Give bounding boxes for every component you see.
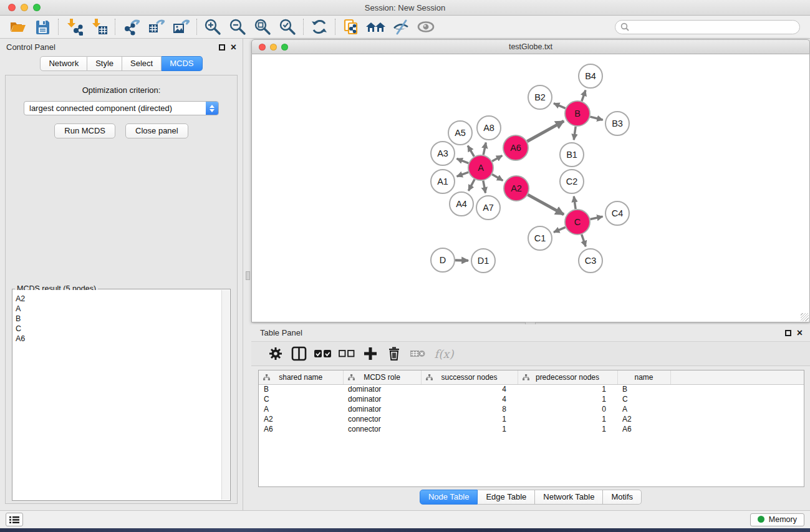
graph-node-C4[interactable]: C4 (605, 201, 629, 225)
tab-edge-table[interactable]: Edge Table (478, 490, 535, 505)
edge-A6-B[interactable] (527, 121, 564, 142)
delete-column-icon[interactable] (382, 346, 406, 361)
graph-node-A3[interactable]: A3 (431, 142, 455, 165)
graph-node-A6[interactable]: A6 (503, 135, 528, 160)
tab-network[interactable]: Network (40, 56, 87, 71)
cell-predecessor-nodes[interactable]: 1 (518, 384, 617, 394)
memory-button[interactable]: Memory (750, 513, 804, 526)
edge-B-B3[interactable] (590, 117, 602, 120)
zoom-window-button[interactable] (33, 4, 41, 11)
open-session-icon[interactable] (5, 17, 30, 36)
graph-node-B1[interactable]: B1 (560, 143, 584, 167)
cell-MCDS-role[interactable]: connector (343, 424, 421, 434)
tab-style[interactable]: Style (87, 56, 122, 71)
node-table[interactable]: shared nameMCDS rolesuccessor nodesprede… (259, 370, 804, 434)
graph-node-D[interactable]: D (431, 248, 455, 272)
cell-MCDS-role[interactable]: dominator (343, 394, 421, 404)
edge-A-A1[interactable] (457, 172, 469, 177)
result-item-A[interactable]: A (16, 304, 221, 314)
close-table-panel-icon[interactable]: × (797, 330, 803, 336)
edge-C-C2[interactable] (574, 196, 576, 209)
table-row[interactable]: Adominator80A (259, 404, 804, 414)
criterion-dropdown[interactable]: largest connected component (directed) (24, 101, 219, 115)
export-table-icon[interactable] (143, 17, 168, 36)
deselect-all-rows-icon[interactable] (335, 350, 359, 357)
export-image-icon[interactable] (168, 17, 193, 36)
minimize-window-button[interactable] (21, 4, 28, 11)
select-all-rows-icon[interactable] (311, 349, 335, 358)
column-header-MCDS-role[interactable]: MCDS role (343, 370, 421, 384)
delete-table-icon[interactable] (406, 349, 430, 359)
cell-predecessor-nodes[interactable]: 0 (518, 404, 617, 414)
graph-node-A4[interactable]: A4 (450, 192, 473, 216)
edge-B-B1[interactable] (574, 127, 576, 140)
run-mcds-button[interactable]: Run MCDS (54, 123, 115, 138)
table-row[interactable]: Bdominator41B (259, 384, 804, 394)
network-close-button[interactable] (259, 44, 266, 51)
hide-panels-icon[interactable] (388, 17, 413, 36)
edge-B-B2[interactable] (554, 104, 566, 109)
cell-shared-name[interactable]: A6 (259, 424, 343, 434)
cell-predecessor-nodes[interactable]: 1 (518, 414, 617, 424)
add-column-icon[interactable] (359, 347, 382, 360)
mcds-result-list[interactable]: A2ABCA6 (13, 290, 221, 500)
tab-motifs[interactable]: Motifs (603, 490, 642, 505)
function-builder-icon[interactable]: f(x) (430, 347, 458, 360)
graph-node-B[interactable]: B (565, 101, 590, 126)
graph-node-D1[interactable]: D1 (471, 249, 495, 273)
tab-network-table[interactable]: Network Table (535, 490, 603, 505)
close-panel-icon[interactable]: × (231, 44, 236, 51)
edge-A-A5[interactable] (468, 146, 474, 157)
column-header-shared-name[interactable]: shared name (259, 370, 343, 384)
edge-A-A6[interactable] (492, 155, 502, 161)
edge-A-A2[interactable] (492, 175, 503, 181)
zoom-selected-icon[interactable] (275, 17, 300, 36)
graph-node-A2[interactable]: A2 (504, 176, 529, 201)
cell-successor-nodes[interactable]: 1 (421, 424, 518, 434)
column-header-name[interactable]: name (617, 370, 670, 384)
zoom-in-icon[interactable] (200, 17, 225, 36)
cell-successor-nodes[interactable]: 8 (421, 404, 518, 414)
float-table-panel-icon[interactable] (785, 330, 791, 336)
vertical-scrollbar-thumb[interactable] (246, 271, 250, 280)
network-canvas[interactable]: AA1A2A3A4A5A6A7A8BB1B2B3B4CC1C2C3C4DD1 (251, 54, 810, 322)
result-scrollbar[interactable] (221, 290, 229, 500)
graph-node-A[interactable]: A (468, 155, 493, 180)
import-table-icon[interactable] (87, 17, 112, 36)
edge-A-A4[interactable] (468, 180, 475, 191)
graph-node-C3[interactable]: C3 (579, 249, 602, 273)
table-row[interactable]: A2connector11A2 (259, 414, 804, 424)
network-zoom-button[interactable] (281, 44, 288, 51)
cell-successor-nodes[interactable]: 1 (421, 414, 518, 424)
graph-node-B3[interactable]: B3 (605, 112, 629, 135)
edge-A-A7[interactable] (483, 181, 486, 193)
graph-node-C1[interactable]: C1 (528, 226, 552, 250)
zoom-out-icon[interactable] (225, 17, 250, 36)
result-item-C[interactable]: C (16, 324, 221, 334)
result-item-B[interactable]: B (16, 314, 221, 324)
clone-network-icon[interactable] (339, 17, 364, 36)
result-item-A6[interactable]: A6 (16, 334, 221, 344)
column-header-predecessor-nodes[interactable]: predecessor nodes (518, 370, 617, 384)
edge-C-C3[interactable] (582, 235, 586, 246)
edge-A2-C[interactable] (528, 195, 564, 215)
graph-node-C2[interactable]: C2 (560, 170, 584, 193)
show-all-views-icon[interactable] (364, 17, 388, 36)
cell-successor-nodes[interactable]: 4 (421, 394, 518, 404)
close-panel-button[interactable]: Close panel (125, 123, 188, 138)
resize-grip[interactable] (801, 313, 809, 321)
cell-name[interactable]: A (617, 404, 670, 414)
network-window-titlebar[interactable]: testGlobe.txt (251, 39, 810, 54)
graph-node-B4[interactable]: B4 (579, 64, 602, 88)
cell-shared-name[interactable]: A2 (259, 414, 343, 424)
edge-A-A8[interactable] (483, 143, 486, 155)
graph-node-A1[interactable]: A1 (431, 170, 455, 193)
cell-MCDS-role[interactable]: connector (343, 414, 421, 424)
result-item-A2[interactable]: A2 (16, 294, 221, 304)
show-panels-icon[interactable] (413, 17, 438, 36)
cell-predecessor-nodes[interactable]: 1 (518, 424, 617, 434)
float-panel-icon[interactable] (219, 44, 225, 51)
search-field[interactable] (615, 20, 800, 34)
edge-A-A3[interactable] (456, 158, 468, 163)
graph-node-C[interactable]: C (565, 210, 590, 235)
